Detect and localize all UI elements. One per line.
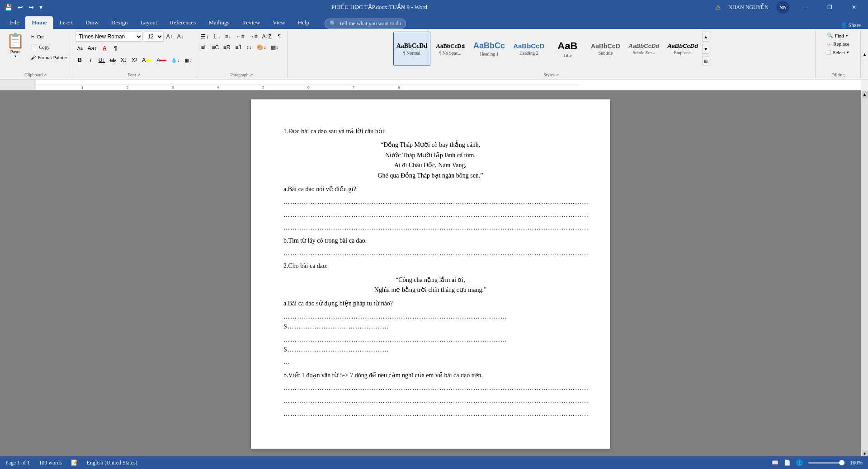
clear-format-button[interactable]: Aa: [75, 43, 85, 53]
style-normal[interactable]: AaBbCcDd ¶ Normal: [393, 32, 430, 66]
copy-button[interactable]: 📄 Copy: [29, 42, 69, 52]
show-paragraph-button[interactable]: ¶: [274, 32, 284, 42]
style-heading2[interactable]: AaBbCcD Heading 2: [510, 32, 547, 66]
font-name-select[interactable]: Times New Roman: [75, 32, 143, 42]
superscript-button[interactable]: X²: [129, 55, 139, 65]
vertical-scrollbar[interactable]: ▲ ▼: [861, 90, 868, 458]
minimize-button[interactable]: —: [795, 0, 816, 14]
font-expand-icon[interactable]: ↗: [137, 73, 141, 77]
styles-scroll-down[interactable]: ▼: [702, 44, 709, 54]
zoom-thumb[interactable]: [839, 460, 844, 465]
font-size-select[interactable]: 12: [144, 32, 164, 42]
find-button[interactable]: 🔍 Find ▾: [824, 32, 851, 39]
multilevel-button[interactable]: ≡↓: [223, 32, 233, 42]
strikethrough-button[interactable]: ab: [108, 55, 118, 65]
find-icon: 🔍: [827, 33, 833, 38]
customize-icon[interactable]: ▾: [38, 3, 43, 12]
select-button[interactable]: ⬚ Select ▾: [824, 48, 852, 56]
border-button[interactable]: ▦↓: [183, 55, 193, 65]
format-painter-button[interactable]: 🖌 Format Painter: [29, 52, 69, 62]
user-avatar[interactable]: NN: [777, 1, 789, 14]
line-spacing-button[interactable]: ↕↓: [244, 42, 254, 52]
font-shrink-button[interactable]: A↓: [175, 32, 185, 42]
styles-expand-icon[interactable]: ↗: [556, 73, 559, 77]
status-bar: Page 1 of 1 109 words 📝 English (United …: [0, 456, 868, 469]
zoom-slider[interactable]: [808, 462, 844, 464]
paste-dropdown-arrow[interactable]: ▾: [14, 54, 16, 58]
styles-scroll-up[interactable]: ▲: [702, 32, 709, 42]
tab-layout[interactable]: Layout: [134, 16, 164, 29]
restore-button[interactable]: ❐: [819, 0, 840, 14]
font-grow-button[interactable]: A↑: [165, 32, 175, 42]
style-subtitle[interactable]: AaBbCcD Subtitle: [587, 32, 623, 66]
style-emphasis-preview: AaBbCcDd: [667, 42, 698, 49]
ribbon-collapse-button[interactable]: ▲: [861, 31, 868, 78]
tab-home[interactable]: Home: [25, 16, 53, 29]
print-layout-icon[interactable]: 📄: [784, 460, 791, 466]
tab-view[interactable]: View: [266, 16, 291, 29]
numbering-button[interactable]: 1.↓: [211, 32, 222, 42]
style-heading1[interactable]: AaBbCc Heading 1: [470, 32, 508, 66]
style-normal-label: ¶ Normal: [403, 51, 420, 56]
tab-help[interactable]: Help: [292, 16, 316, 29]
shading-button[interactable]: 💧↓: [169, 55, 182, 65]
font-group-label: Font ↗: [127, 71, 140, 77]
underline-button[interactable]: U↓: [97, 55, 107, 65]
poem2-line1: “Công cha nặng lắm ai ơi,: [283, 275, 577, 285]
clipboard-expand-icon[interactable]: ↗: [43, 73, 47, 77]
tab-insert[interactable]: Insert: [53, 16, 79, 29]
tab-review[interactable]: Review: [236, 16, 267, 29]
replace-button[interactable]: ↔ Replace: [824, 40, 852, 47]
font-color-button[interactable]: A: [155, 55, 168, 65]
decrease-indent-button[interactable]: ←≡: [234, 32, 246, 42]
align-right-button[interactable]: ≡R: [222, 42, 232, 52]
align-center-button[interactable]: ≡C: [210, 42, 221, 52]
paste-button[interactable]: 📋 Paste ▾: [3, 32, 28, 64]
sort-button[interactable]: A↕Z: [260, 32, 273, 42]
tab-design[interactable]: Design: [105, 16, 134, 29]
justify-button[interactable]: ≡J: [233, 42, 243, 52]
bold-button[interactable]: B: [75, 55, 85, 65]
font-color-icon: A: [156, 57, 160, 63]
share-button[interactable]: 👤 Share: [833, 22, 868, 29]
text-effects-button[interactable]: A: [99, 43, 109, 53]
replace-icon: ↔: [826, 41, 831, 47]
bullets-button[interactable]: ☰↓: [199, 32, 210, 42]
close-button[interactable]: ✕: [844, 0, 864, 14]
shading-para-button[interactable]: 🎨↓: [255, 42, 268, 52]
text-highlight-button[interactable]: A: [140, 55, 154, 65]
align-left-button[interactable]: ≡L: [199, 42, 209, 52]
tab-references[interactable]: References: [164, 16, 203, 29]
increase-indent-button[interactable]: →≡: [247, 32, 259, 42]
italic-button[interactable]: I: [86, 55, 96, 65]
dots8: ……………………………………………………………………………………………………………: [283, 383, 577, 393]
style-emphasis[interactable]: AaBbCcDd Emphasis: [664, 32, 701, 66]
borders-button[interactable]: ▦↓: [269, 42, 280, 52]
ribbon-group-clipboard: 📋 Paste ▾ ✂ Cut 📄 Copy 🖌 Format Painter: [0, 31, 72, 78]
styles-expand[interactable]: ⊞: [702, 56, 709, 66]
user-name: NHAN NGUYỄN: [728, 4, 769, 11]
web-layout-icon[interactable]: 🌐: [796, 460, 803, 466]
style-title[interactable]: AaB Title: [549, 32, 585, 66]
subscript-button[interactable]: X₂: [118, 55, 128, 65]
tab-file[interactable]: File: [4, 16, 25, 29]
tab-mailings[interactable]: Mailings: [202, 16, 236, 29]
line2: 2.Cho bài ca dao:: [283, 261, 577, 271]
tab-draw[interactable]: Draw: [79, 16, 105, 29]
undo-icon[interactable]: ↩: [17, 3, 24, 12]
style-no-space[interactable]: AaBbCcDd ¶ No Spac...: [432, 32, 468, 66]
save-icon[interactable]: 💾: [4, 3, 13, 12]
redo-icon[interactable]: ↪: [28, 3, 35, 12]
style-subtle-emphasis[interactable]: AaBbCcDd Subtle Em...: [625, 32, 662, 66]
ribbon-tab-bar: File Home Insert Draw Design Layout Refe…: [0, 14, 868, 29]
change-case-button[interactable]: Aa↓: [86, 43, 99, 53]
scroll-up-button[interactable]: ▲: [862, 91, 868, 98]
cut-button[interactable]: ✂ Cut: [29, 32, 69, 42]
tell-me-input[interactable]: 🔍 Tell me what you want to do: [325, 19, 406, 29]
paragraph-expand-icon[interactable]: ↗: [250, 73, 253, 77]
style-nospace-label: ¶ No Spac...: [439, 51, 462, 56]
format-painter-icon: 🖌: [31, 55, 36, 60]
read-mode-icon[interactable]: 📖: [772, 460, 778, 466]
show-hide-button[interactable]: ¶: [110, 43, 120, 53]
ribbon: 📋 Paste ▾ ✂ Cut 📄 Copy 🖌 Format Painter: [0, 29, 868, 80]
